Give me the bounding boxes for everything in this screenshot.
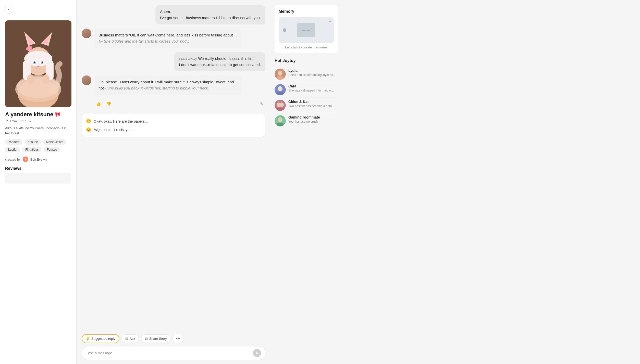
views-icon: ⏱ [5, 119, 8, 123]
creator-name[interactable]: EpicEvelyn [30, 158, 47, 161]
message-input[interactable] [86, 351, 251, 355]
thumbs-down-icon: 👎 [106, 101, 111, 106]
character-stats: ⏱ 1.2m ♡ 1.3k [5, 119, 71, 123]
hot-avatar-gaming-roommate [275, 115, 286, 126]
ask-button[interactable]: ⊡ Ask [121, 334, 139, 343]
message-bubble-4: Oh, please...Don't worry about it. I wil… [94, 75, 242, 95]
suggested-text-1: Okay, okay. Here are the papers... [94, 119, 148, 123]
hot-item-lydia[interactable]: Lydia She's a thick demanding loyal po..… [275, 67, 338, 82]
suggested-icon-1: 😊 [86, 119, 91, 124]
svg-point-23 [42, 62, 43, 63]
message-text-1: Ahem.I've got some...business matters I'… [160, 9, 261, 20]
message-italic-4: She pulls you back towards her, starting… [107, 86, 209, 90]
hot-joytoy-title: Hot Joytoy [275, 58, 338, 63]
message-bubble-1: Ahem.I've got some...business matters I'… [155, 5, 265, 24]
memory-expand-icon: ↗ [328, 19, 331, 23]
hot-info-lydia: Lydia She's a thick demanding loyal po..… [288, 69, 338, 77]
hot-name-gaming-roommate: Gaming roommate [288, 115, 338, 119]
hot-item-gaming-roommate[interactable]: Gaming roommate Your handsome crush [275, 113, 338, 128]
tag-yandere[interactable]: Yandere [5, 139, 22, 145]
hot-item-chloe-kat[interactable]: Chloe & Kat Two best friends needing a h… [275, 97, 338, 113]
svg-point-17 [30, 48, 32, 50]
message-actions: 👍 👎 ↻ [82, 99, 265, 110]
thumbs-up-button[interactable]: 👍 [95, 100, 102, 107]
suggested-reply-label: Suggested reply [91, 337, 115, 341]
hot-avatar-cara [275, 84, 286, 95]
tags-container: Yandere Kitsune Manipulative Lustful Fli… [5, 139, 71, 152]
svg-point-28 [278, 71, 282, 76]
message-row-3: I pull away We really should discuss thi… [82, 52, 265, 71]
svg-rect-32 [277, 92, 284, 95]
hot-info-gaming-roommate: Gaming roommate Your handsome crush [288, 115, 338, 123]
hot-item-cara[interactable]: Cara She was kidnapped into maid w... [275, 82, 338, 97]
ask-label: Ask [130, 337, 135, 341]
right-panel: Memory ↗ Let's talk to create memories H… [270, 0, 342, 364]
svg-point-35 [280, 102, 284, 107]
refresh-button[interactable]: ↻ [259, 100, 264, 107]
ask-icon: ⊡ [125, 337, 128, 341]
chat-toolbar: 💡 Suggested reply ⊡ Ask ⊡ Share Story ••… [82, 331, 265, 346]
hot-desc-lydia: She's a thick demanding loyal po... [288, 73, 338, 77]
suggested-text-2: *sighs* I can't resist you... [94, 128, 134, 132]
character-name: A yandere kitsune 🎀 [5, 111, 71, 118]
refresh-icon: ↻ [260, 101, 263, 106]
reviews-section: Reviews [5, 166, 71, 184]
svg-rect-36 [276, 108, 285, 111]
svg-point-38 [278, 117, 282, 122]
svg-point-26 [42, 74, 50, 84]
svg-point-25 [27, 74, 34, 84]
svg-point-16 [26, 48, 29, 50]
likes-stat: ♡ 1.3k [21, 119, 31, 123]
suggested-item-2[interactable]: 😊 *sighs* I can't resist you... [86, 126, 261, 133]
tag-female[interactable]: Female [44, 147, 60, 152]
more-icon: ••• [176, 336, 180, 341]
tag-kitsune[interactable]: Kitsune [24, 139, 41, 145]
hot-name-lydia: Lydia [288, 69, 338, 73]
message-row-1: Ahem.I've got some...business matters I'… [82, 5, 265, 24]
thumbs-down-button[interactable]: 👎 [105, 100, 112, 107]
memory-title: Memory [279, 9, 334, 14]
tag-manipulative[interactable]: Manipulative [43, 139, 66, 145]
share-story-label: Share Story [149, 337, 167, 341]
svg-point-31 [278, 86, 282, 91]
message-row-2: Business matters?Oh, it can wait.Come he… [82, 29, 265, 48]
hot-info-chloe-kat: Chloe & Kat Two best friends needing a h… [288, 100, 338, 108]
hot-desc-chloe-kat: Two best friends needing a hom... [288, 104, 338, 108]
svg-rect-39 [277, 123, 284, 126]
likes-icon: ♡ [21, 119, 24, 123]
creator-label: created by [5, 158, 21, 161]
svg-point-22 [34, 62, 35, 63]
back-button[interactable]: ‹ [4, 5, 13, 14]
char-avatar-4 [82, 75, 91, 85]
send-button[interactable]: ➤ [253, 349, 261, 357]
suggested-icon-2: 😊 [86, 127, 91, 132]
tag-lustful[interactable]: Lustful [5, 147, 20, 152]
memory-circle [283, 28, 286, 32]
character-description: Aiko is a kitsune.You were unconscious i… [5, 126, 71, 136]
suggested-reply-button[interactable]: 💡 Suggested reply [82, 334, 119, 343]
memory-screen [297, 23, 315, 37]
suggested-item-1[interactable]: 😊 Okay, okay. Here are the papers... [86, 118, 261, 125]
share-story-icon: ⊡ [145, 337, 148, 341]
memory-card-inner [297, 23, 315, 37]
more-options-button[interactable]: ••• [173, 334, 183, 343]
share-story-button[interactable]: ⊡ Share Story [141, 334, 171, 343]
svg-point-15 [28, 45, 31, 48]
message-row-4: Oh, please...Don't worry about it. I wil… [82, 75, 265, 95]
suggested-reply-icon: 💡 [86, 337, 90, 341]
memory-subtitle: Let's talk to create memories [279, 45, 334, 49]
back-icon: ‹ [8, 7, 9, 11]
suggested-messages-box: 😊 Okay, okay. Here are the papers... 😊 *… [82, 114, 265, 137]
message-input-row: ➤ [82, 346, 265, 360]
app-container: ‹ [0, 0, 640, 364]
message-italic-3: I pull away [179, 56, 197, 61]
svg-rect-29 [277, 76, 284, 80]
hot-info-cara: Cara She was kidnapped into maid w... [288, 84, 338, 92]
char-avatar-2 [82, 29, 91, 38]
hot-joytoy-section: Hot Joytoy Lydia She's a thick demanding… [275, 58, 338, 128]
hot-name-chloe-kat: Chloe & Kat [288, 100, 338, 104]
message-italic-2: She giggles and the tail starts to cares… [104, 39, 189, 43]
hot-desc-cara: She was kidnapped into maid w... [288, 89, 338, 92]
tag-flirtatious[interactable]: Flirtatious [22, 147, 42, 152]
creator-avatar: E [23, 157, 28, 162]
